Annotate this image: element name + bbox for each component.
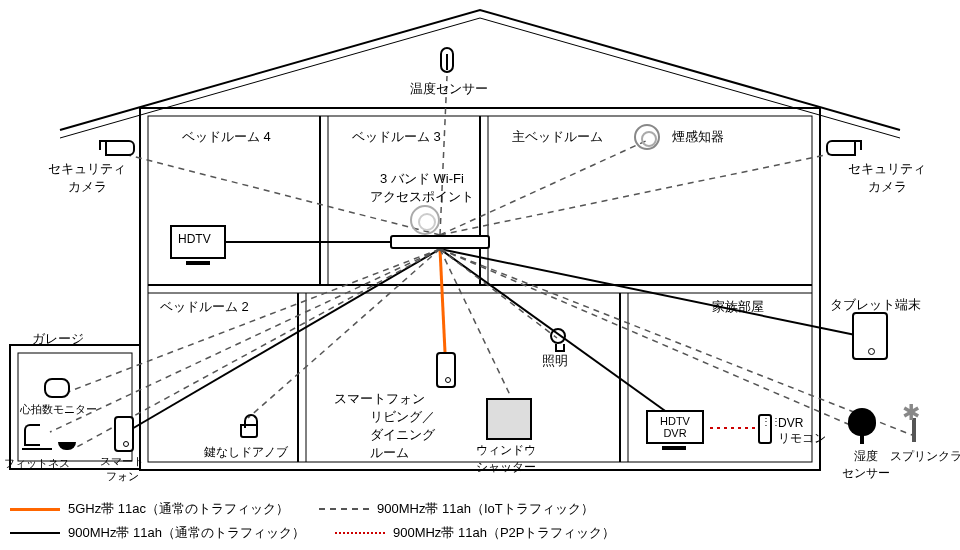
- svg-rect-0: [140, 108, 820, 470]
- svg-line-23: [60, 249, 440, 395]
- shutter-icon: [486, 398, 532, 440]
- label-access-point: 3 バンド Wi-Fi アクセスポイント: [370, 170, 474, 206]
- label-smartphone: スマートフォン: [334, 390, 425, 408]
- smoke-detector-icon: [634, 124, 660, 150]
- label-thermometer: 温度センサー: [410, 80, 488, 98]
- shoe-icon: [58, 442, 76, 450]
- svg-line-18: [440, 249, 870, 338]
- label-dvr-remote: DVR リモコン: [778, 416, 826, 447]
- legend-iot-text: 900MHz帯 11ah（IoTトラフィック）: [377, 500, 594, 518]
- label-shutter: ウィンドウ シャッター: [476, 442, 536, 476]
- thermometer-icon: [440, 47, 454, 73]
- diagram-root: 温度センサー ベッドルーム 4 ベッドルーム 3 主ベッドルーム ベッドルーム …: [0, 0, 960, 550]
- camera-right-icon: [826, 140, 856, 156]
- label-smoke: 煙感知器: [672, 128, 724, 146]
- svg-line-21: [440, 153, 835, 235]
- label-light: 照明: [542, 352, 568, 370]
- label-humidity: 湿度 センサー: [842, 448, 890, 482]
- camera-left-icon: [105, 140, 135, 156]
- legend-p2p: 900MHz帯 11ah（P2Pトラフィック）: [335, 524, 616, 542]
- legend-p2p-text: 900MHz帯 11ah（P2Pトラフィック）: [393, 524, 616, 542]
- label-fitness: フィットネス: [4, 456, 70, 471]
- label-master-bedroom: 主ベッドルーム: [512, 128, 603, 146]
- garage-phone-icon: [114, 416, 134, 452]
- label-camera-left: セキュリティ カメラ: [48, 160, 126, 196]
- label-bedroom2: ベッドルーム 2: [160, 298, 249, 316]
- wifi-waves-icon: [410, 205, 440, 235]
- access-point-icon: [390, 235, 490, 249]
- lock-icon: [240, 424, 258, 438]
- dvr-remote-icon: [758, 414, 772, 444]
- label-bedroom3: ベッドルーム 3: [352, 128, 441, 146]
- svg-line-14: [440, 249, 445, 352]
- heart-monitor-icon: [44, 378, 70, 398]
- label-lock: 鍵なしドアノブ: [204, 444, 288, 461]
- legend-normal-ah-text: 900MHz帯 11ah（通常のトラフィック）: [68, 524, 305, 542]
- legend-5ghz-text: 5GHz帯 11ac（通常のトラフィック）: [68, 500, 289, 518]
- treadmill-icon: [22, 430, 52, 450]
- svg-line-19: [440, 76, 447, 235]
- hdtv-dvr-stand-icon: [662, 446, 686, 450]
- humidity-sensor-icon: [848, 408, 876, 436]
- svg-rect-1: [148, 116, 812, 462]
- label-living-room: リビング／ ダイニング ルーム: [370, 408, 435, 462]
- label-heart: 心拍数モニター: [20, 402, 97, 417]
- label-garage: ガレージ: [32, 330, 84, 348]
- label-bedroom4: ベッドルーム 4: [182, 128, 271, 146]
- svg-line-28: [440, 249, 557, 338]
- hdtv-stand-icon: [186, 261, 210, 265]
- smartphone-icon: [436, 352, 456, 388]
- tablet-icon: [852, 312, 888, 360]
- hdtv-dvr-icon: HDTV DVR: [646, 410, 704, 444]
- legend-5ghz: 5GHz帯 11ac（通常のトラフィック）: [10, 500, 289, 518]
- legend-normal-ah: 900MHz帯 11ah（通常のトラフィック）: [10, 524, 305, 542]
- label-hdtv: HDTV: [178, 232, 211, 246]
- lightbulb-icon: [550, 328, 566, 344]
- sprinkler-icon: [912, 418, 916, 442]
- legend: 5GHz帯 11ac（通常のトラフィック） 900MHz帯 11ah（IoTトラ…: [10, 494, 615, 542]
- legend-iot: 900MHz帯 11ah（IoTトラフィック）: [319, 500, 594, 518]
- label-camera-right: セキュリティ カメラ: [848, 160, 926, 196]
- label-garage-phone: スマート フォン: [100, 454, 144, 484]
- label-family-room: 家族部屋: [712, 298, 764, 316]
- label-sprinkler: スプリンクラー: [890, 448, 960, 465]
- label-tablet: タブレット端末: [830, 296, 921, 314]
